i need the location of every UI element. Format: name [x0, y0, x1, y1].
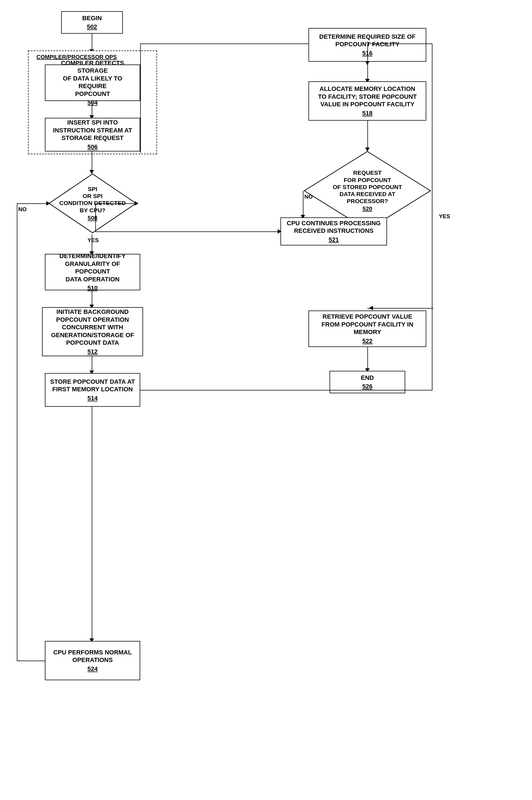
- node-514-id: 514: [88, 394, 98, 402]
- node-508-label: SPIOR SPICONDITION DETECTEDBY CPU?: [59, 186, 126, 213]
- node-510-id: 510: [88, 284, 98, 292]
- arrow-yes-h-522: [367, 308, 433, 308]
- diamond-508: SPIOR SPICONDITION DETECTEDBY CPU? 508: [48, 172, 137, 234]
- node-524-label: CPU PERFORMS NORMALOPERATIONS: [53, 649, 132, 664]
- arrow-right-v-up: [140, 43, 141, 153]
- node-524: CPU PERFORMS NORMALOPERATIONS 524: [45, 641, 140, 680]
- arrow-516-518: [367, 62, 368, 80]
- begin-id: 502: [87, 23, 97, 31]
- node-524-id: 524: [88, 665, 98, 673]
- node-521-id: 521: [329, 236, 339, 244]
- node-514-label: STORE POPCOUNT DATA ATFIRST MEMORY LOCAT…: [50, 378, 135, 393]
- label-no-508: NO: [18, 206, 27, 213]
- node-506-id: 506: [88, 143, 98, 151]
- line-top-h2: [367, 43, 433, 44]
- arrow-514-524-v: [92, 407, 92, 640]
- node-504-id: 504: [88, 99, 98, 107]
- arrow-top-h-516: [140, 43, 308, 44]
- node-521-label: CPU CONTINUES PROCESSINGRECEIVED INSTRUC…: [287, 220, 381, 235]
- node-518-id: 518: [362, 109, 373, 117]
- end-id: 526: [362, 383, 373, 391]
- node-512-label: INITIATE BACKGROUNDPOPCOUNT OPERATIONCON…: [51, 308, 134, 347]
- node-506: INSERT SPI INTOINSTRUCTION STREAM ATSTOR…: [45, 118, 140, 151]
- node-522-label: RETRIEVE POPCOUNT VALUEFROM POPCOUNT FAC…: [321, 313, 413, 336]
- node-520-label: REQUESTFOR POPCOUNTOF STORED POPCOUNTDAT…: [333, 169, 402, 204]
- label-yes-508: YES: [88, 237, 99, 244]
- arrowhead-521-back: [278, 229, 282, 234]
- end-label: END: [361, 374, 374, 382]
- loop-v-left: [17, 203, 17, 661]
- node-518-label: ALLOCATE MEMORY LOCATIONTO FACILITY; STO…: [318, 85, 417, 108]
- node-504-label: COMPILER DETECTS STORAGEOF DATA LIKELY T…: [48, 59, 137, 98]
- arrow-1: [92, 34, 92, 51]
- line-514-right-v: [432, 43, 433, 391]
- arrow-506-508: [92, 151, 92, 171]
- arrow-512-514: [92, 356, 92, 372]
- node-512-id: 512: [88, 348, 98, 356]
- arrow-518-520: [367, 121, 368, 149]
- node-506-label: INSERT SPI INTOINSTRUCTION STREAM ATSTOR…: [53, 119, 132, 142]
- node-508-id: 508: [59, 214, 126, 221]
- arrow-508-510: [92, 234, 92, 252]
- node-520-id: 520: [333, 205, 402, 212]
- label-no-520: NO: [304, 193, 313, 200]
- arrow-521-back-h: [95, 231, 281, 232]
- arrowhead-yes-522: [369, 306, 373, 310]
- diagram: BEGIN 502 COMPILER/PROCESSOR OPS COMPILE…: [0, 0, 532, 800]
- node-510: DETERMINE/IDENTIFYGRANULARITY OF POPCOUN…: [45, 254, 140, 290]
- node-512: INITIATE BACKGROUNDPOPCOUNT OPERATIONCON…: [42, 307, 143, 356]
- node-521: CPU CONTINUES PROCESSINGRECEIVED INSTRUC…: [281, 217, 387, 245]
- node-522: RETRIEVE POPCOUNT VALUEFROM POPCOUNT FAC…: [308, 310, 426, 347]
- node-518: ALLOCATE MEMORY LOCATIONTO FACILITY; STO…: [308, 81, 426, 121]
- node-522-id: 522: [362, 337, 373, 345]
- line-514-right-h: [140, 390, 433, 391]
- arrow-522-end: [367, 347, 368, 369]
- arrow-510-512: [92, 290, 92, 306]
- node-504: COMPILER DETECTS STORAGEOF DATA LIKELY T…: [45, 64, 140, 101]
- begin-box: BEGIN 502: [61, 11, 123, 34]
- node-514: STORE POPCOUNT DATA ATFIRST MEMORY LOCAT…: [45, 373, 140, 407]
- node-510-label: DETERMINE/IDENTIFYGRANULARITY OF POPCOUN…: [48, 252, 137, 283]
- arrow-520-no-v: [303, 191, 303, 216]
- label-yes-520: YES: [439, 213, 450, 220]
- loop-h-524-left: [17, 661, 45, 661]
- arrow-504-506: [92, 101, 92, 116]
- loop-arrowhead-508: [46, 201, 50, 206]
- loop-h-to-508: [17, 203, 49, 204]
- begin-label: BEGIN: [82, 14, 102, 22]
